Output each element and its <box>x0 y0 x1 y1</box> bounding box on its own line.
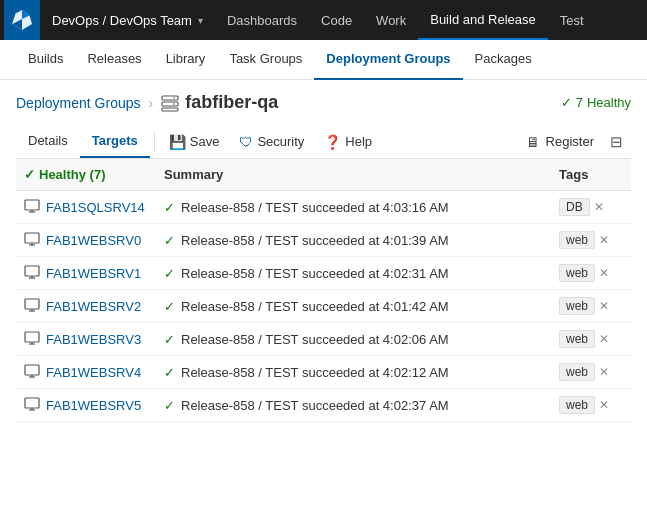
breadcrumb-current: fabfiber-qa <box>161 92 278 113</box>
target-name-cell: FAB1WEBSRV3 <box>24 331 148 347</box>
target-summary: Release-858 / TEST succeeded at 4:02:06 … <box>181 332 449 347</box>
save-icon: 💾 <box>169 134 186 150</box>
nav-library[interactable]: Library <box>154 40 218 80</box>
tag-remove-button[interactable]: ✕ <box>599 266 609 280</box>
monitor-icon <box>24 331 40 347</box>
nav-releases[interactable]: Releases <box>75 40 153 80</box>
target-name[interactable]: FAB1SQLSRV14 <box>46 200 145 215</box>
success-check-icon: ✓ <box>164 299 175 314</box>
tag-remove-button[interactable]: ✕ <box>599 365 609 379</box>
tag-remove-button[interactable]: ✕ <box>594 200 604 214</box>
target-summary: Release-858 / TEST succeeded at 4:03:16 … <box>181 200 449 215</box>
table-header-row: ✓ Healthy (7) Summary Tags <box>16 159 631 191</box>
table-row: FAB1WEBSRV1 ✓ Release-858 / TEST succeed… <box>16 257 631 290</box>
save-button[interactable]: 💾 Save <box>159 128 230 156</box>
nav-builds[interactable]: Builds <box>16 40 75 80</box>
target-tag-cell: web ✕ <box>559 297 623 315</box>
target-name[interactable]: FAB1WEBSRV5 <box>46 398 141 413</box>
healthy-check-icon: ✓ <box>561 95 572 110</box>
org-label: DevOps / DevOps Team <box>52 13 192 28</box>
tag-badge: web <box>559 396 595 414</box>
top-navigation: DevOps / DevOps Team ▾ Dashboards Code W… <box>0 0 647 40</box>
target-name[interactable]: FAB1WEBSRV2 <box>46 299 141 314</box>
success-check-icon: ✓ <box>164 233 175 248</box>
svg-rect-20 <box>25 365 39 375</box>
tab-targets[interactable]: Targets <box>80 125 150 158</box>
targets-table: ✓ Healthy (7) Summary Tags FAB1SQLSRV14 … <box>16 159 631 422</box>
target-summary-cell: ✓ Release-858 / TEST succeeded at 4:03:1… <box>164 200 543 215</box>
healthy-count: 7 <box>576 95 583 110</box>
tag-remove-button[interactable]: ✕ <box>599 299 609 313</box>
target-tag-cell: web ✕ <box>559 330 623 348</box>
shield-icon: 🛡 <box>239 134 253 150</box>
target-summary: Release-858 / TEST succeeded at 4:02:31 … <box>181 266 449 281</box>
tab-details[interactable]: Details <box>16 125 80 158</box>
target-name[interactable]: FAB1WEBSRV1 <box>46 266 141 281</box>
target-summary-cell: ✓ Release-858 / TEST succeeded at 4:02:3… <box>164 398 543 413</box>
nav-deployment-groups[interactable]: Deployment Groups <box>314 40 462 80</box>
healthy-badge: ✓ 7 Healthy <box>561 95 631 110</box>
svg-rect-2 <box>162 108 178 111</box>
org-selector[interactable]: DevOps / DevOps Team ▾ <box>40 0 215 40</box>
col-header-name: ✓ Healthy (7) <box>16 159 156 191</box>
tag-remove-button[interactable]: ✕ <box>599 233 609 247</box>
main-content: Deployment Groups › fabfiber-qa ✓ 7 Heal… <box>0 80 647 434</box>
tag-remove-button[interactable]: ✕ <box>599 398 609 412</box>
tag-badge: web <box>559 330 595 348</box>
target-name[interactable]: FAB1WEBSRV4 <box>46 365 141 380</box>
register-icon: 🖥 <box>526 134 540 150</box>
target-tag-cell: web ✕ <box>559 363 623 381</box>
monitor-icon <box>24 364 40 380</box>
nav-test[interactable]: Test <box>548 0 596 40</box>
target-summary-cell: ✓ Release-858 / TEST succeeded at 4:01:4… <box>164 299 543 314</box>
table-row: FAB1WEBSRV2 ✓ Release-858 / TEST succeed… <box>16 290 631 323</box>
monitor-icon <box>24 397 40 413</box>
table-row: FAB1WEBSRV3 ✓ Release-858 / TEST succeed… <box>16 323 631 356</box>
target-name-cell: FAB1WEBSRV2 <box>24 298 148 314</box>
nav-work[interactable]: Work <box>364 0 418 40</box>
target-tag-cell: web ✕ <box>559 264 623 282</box>
register-button[interactable]: 🖥 Register <box>518 128 602 156</box>
monitor-icon <box>24 232 40 248</box>
table-row: FAB1SQLSRV14 ✓ Release-858 / TEST succee… <box>16 191 631 224</box>
filter-button[interactable]: ⊟ <box>602 127 631 157</box>
nav-dashboards[interactable]: Dashboards <box>215 0 309 40</box>
target-name-cell: FAB1WEBSRV0 <box>24 232 148 248</box>
tab-row: Details Targets 💾 Save 🛡 Security ❓ Help… <box>16 125 631 159</box>
nav-build-release[interactable]: Build and Release <box>418 0 548 40</box>
logo[interactable] <box>4 0 40 40</box>
table-row: FAB1WEBSRV5 ✓ Release-858 / TEST succeed… <box>16 389 631 422</box>
monitor-icon <box>24 199 40 215</box>
security-button[interactable]: 🛡 Security <box>229 128 314 156</box>
breadcrumb-parent[interactable]: Deployment Groups <box>16 95 141 111</box>
target-tag-cell: web ✕ <box>559 396 623 414</box>
svg-rect-11 <box>25 266 39 276</box>
svg-rect-8 <box>25 233 39 243</box>
help-icon: ❓ <box>324 134 341 150</box>
target-name[interactable]: FAB1WEBSRV0 <box>46 233 141 248</box>
nav-task-groups[interactable]: Task Groups <box>217 40 314 80</box>
breadcrumb: Deployment Groups › fabfiber-qa ✓ 7 Heal… <box>16 92 631 113</box>
nav-packages[interactable]: Packages <box>463 40 544 80</box>
table-row: FAB1WEBSRV4 ✓ Release-858 / TEST succeed… <box>16 356 631 389</box>
target-summary-cell: ✓ Release-858 / TEST succeeded at 4:02:3… <box>164 266 543 281</box>
tag-badge: web <box>559 363 595 381</box>
healthy-label: Healthy <box>587 95 631 110</box>
svg-rect-17 <box>25 332 39 342</box>
healthy-header: ✓ Healthy (7) <box>24 167 148 182</box>
col-header-tags: Tags <box>551 159 631 191</box>
target-name[interactable]: FAB1WEBSRV3 <box>46 332 141 347</box>
target-name-cell: FAB1WEBSRV5 <box>24 397 148 413</box>
deployment-group-icon <box>161 94 179 112</box>
success-check-icon: ✓ <box>164 332 175 347</box>
target-name-cell: FAB1WEBSRV4 <box>24 364 148 380</box>
tag-remove-button[interactable]: ✕ <box>599 332 609 346</box>
target-summary: Release-858 / TEST succeeded at 4:02:12 … <box>181 365 449 380</box>
monitor-icon <box>24 298 40 314</box>
tag-badge: web <box>559 264 595 282</box>
help-button[interactable]: ❓ Help <box>314 128 382 156</box>
target-name-cell: FAB1WEBSRV1 <box>24 265 148 281</box>
nav-code[interactable]: Code <box>309 0 364 40</box>
svg-rect-1 <box>162 102 178 106</box>
target-summary-cell: ✓ Release-858 / TEST succeeded at 4:02:1… <box>164 365 543 380</box>
